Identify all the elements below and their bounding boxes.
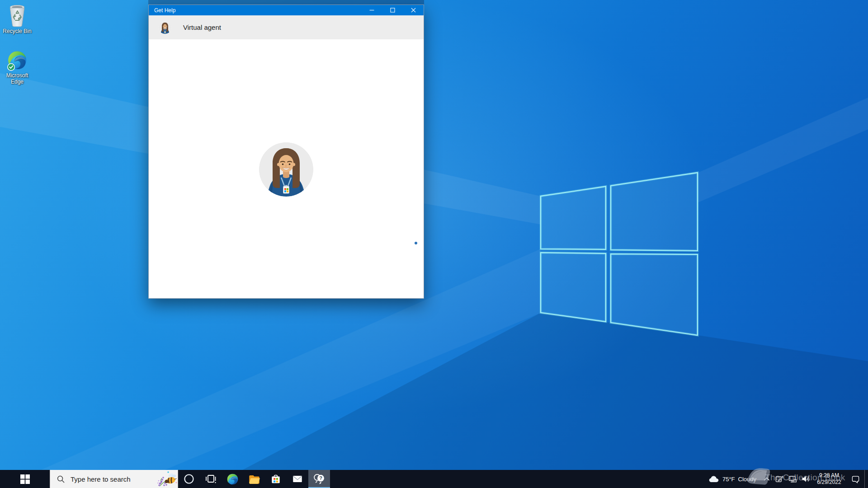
edge-logo-icon (7, 50, 28, 71)
volume-icon (801, 475, 810, 483)
get-help-icon: ? (313, 473, 326, 485)
search-input[interactable] (71, 475, 143, 483)
loading-dot (415, 242, 417, 244)
taskbar-empty-space (330, 470, 704, 488)
chevron-up-icon (764, 477, 770, 481)
windows-logo-wallpaper (520, 158, 728, 348)
virtual-agent-header: Virtual agent (149, 15, 424, 39)
taskbar-button-task-view[interactable] (200, 470, 222, 488)
get-help-window: Get Help Virtual agent (148, 5, 424, 299)
file-explorer-icon (248, 473, 260, 485)
search-icon (57, 475, 65, 483)
taskbar-button-get-help[interactable]: ? (308, 470, 330, 488)
tray-icon-volume[interactable] (799, 470, 812, 488)
taskbar-button-mail[interactable] (287, 470, 308, 488)
svg-text:?: ? (319, 475, 322, 481)
taskbar-search-box[interactable] (50, 470, 178, 488)
wallpaper (0, 0, 868, 488)
hidden-icons-button[interactable] (761, 470, 773, 488)
virtual-agent-label: Virtual agent (183, 23, 221, 31)
clock-time: 9:28 AM (819, 472, 839, 479)
minimize-icon (369, 8, 374, 13)
desktop: Recycle Bin Microsoft Edge Get Help (0, 0, 868, 488)
tray-icon-network[interactable] (786, 470, 799, 488)
virtual-agent-avatar-large (259, 142, 313, 197)
weather-temperature: 75°F (722, 476, 735, 483)
minimize-button[interactable] (361, 5, 382, 15)
taskbar-button-file-explorer[interactable] (243, 470, 265, 488)
network-icon (788, 475, 797, 483)
desktop-icon-microsoft-edge[interactable]: Microsoft Edge (3, 50, 32, 85)
desktop-icon-label: Recycle Bin (3, 28, 32, 35)
close-button[interactable] (403, 5, 424, 15)
taskbar-button-store[interactable] (265, 470, 287, 488)
action-center-button[interactable] (846, 470, 864, 488)
weather-condition: Cloudy (738, 476, 756, 483)
close-icon (411, 8, 416, 13)
start-button[interactable] (0, 470, 50, 488)
taskbar-button-edge[interactable] (222, 470, 243, 488)
cortana-icon (184, 474, 194, 484)
desktop-icon-label: Microsoft Edge (3, 73, 32, 85)
recycle-bin-icon (7, 4, 28, 27)
tray-icon-ink-workspace[interactable] (773, 470, 786, 488)
windows-start-icon (20, 474, 30, 484)
cloud-icon (709, 475, 719, 483)
show-desktop-button[interactable] (864, 470, 868, 488)
check-badge-icon (8, 64, 14, 70)
virtual-agent-avatar-small (159, 21, 171, 34)
mail-icon (292, 473, 303, 485)
weather-widget[interactable]: 75°F Cloudy (704, 470, 761, 488)
task-view-icon (205, 474, 216, 484)
microsoft-store-icon (270, 473, 282, 485)
taskbar: ? 75°F Cloudy (0, 470, 868, 488)
search-highlight-bee-icon[interactable] (156, 470, 178, 488)
taskbar-clock[interactable]: 9:28 AM 6/29/2022 (812, 470, 846, 488)
window-content (149, 39, 424, 298)
notification-icon (851, 475, 860, 483)
edge-icon (226, 473, 239, 485)
desktop-icon-recycle-bin[interactable]: Recycle Bin (3, 4, 32, 35)
shadow-wedge (0, 0, 868, 488)
ink-workspace-icon (775, 475, 783, 483)
system-tray: 75°F Cloudy (704, 470, 868, 488)
maximize-icon (390, 8, 395, 13)
clock-date: 6/29/2022 (817, 479, 841, 486)
window-title: Get Help (149, 7, 361, 14)
taskbar-button-cortana[interactable] (178, 470, 200, 488)
window-titlebar[interactable]: Get Help (149, 5, 424, 15)
maximize-button[interactable] (382, 5, 403, 15)
